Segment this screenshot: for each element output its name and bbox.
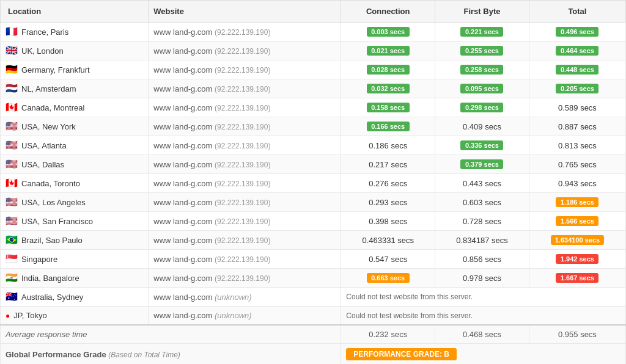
grade-row: Global Performance Grade (Based on Total…: [1, 344, 626, 365]
location-cell: 🇺🇸USA, Dallas: [1, 155, 149, 174]
total-cell: 0.813 secs: [529, 136, 625, 155]
location-name: Australia, Sydney: [21, 293, 83, 302]
table-row: 🇮🇳India, Bangalorewww land-g.com (92.222…: [1, 269, 626, 288]
location-name: USA, New York: [21, 122, 76, 131]
average-label: Average response time: [1, 325, 341, 344]
connection-cell: 0.003 secs: [341, 23, 435, 42]
total-cell: 0.887 secs: [529, 117, 625, 136]
location-cell: 🇧🇷Brazil, Sao Paulo: [1, 231, 149, 250]
first-byte-badge: 0.379 secs: [460, 159, 503, 169]
location-name: USA, Atlanta: [21, 141, 67, 150]
website-url: land-g.com (92.222.139.190): [173, 160, 270, 169]
website-prefix: www: [153, 103, 173, 112]
country-flag: 🇮🇳: [6, 273, 18, 283]
location-cell: 🇨🇦Canada, Montreal: [1, 98, 149, 117]
table-row: 🇺🇸USA, San Franciscowww land-g.com (92.2…: [1, 212, 626, 231]
location-cell: 🇩🇪Germany, Frankfurt: [1, 60, 149, 79]
total-cell: 0.943 secs: [529, 174, 625, 193]
website-prefix: www: [153, 236, 173, 245]
location-name: Canada, Montreal: [21, 103, 84, 112]
location-name: USA, Dallas: [21, 160, 64, 169]
website-prefix: www: [153, 274, 173, 283]
connection-cell: 0.032 secs: [341, 79, 435, 98]
website-url: land-g.com (92.222.139.190): [173, 198, 270, 207]
total-cell: 1.186 secs: [529, 193, 625, 212]
location-cell: 🇫🇷France, Paris: [1, 23, 149, 42]
location-cell: 🇸🇬Singapore: [1, 250, 149, 269]
country-flag: 🇺🇸: [6, 122, 18, 131]
country-flag: 🇸🇬: [6, 254, 18, 264]
connection-cell: 0.293 secs: [341, 193, 435, 212]
total-badge: 1.634100 secs: [551, 235, 604, 245]
connection-badge: 0.166 secs: [367, 122, 410, 131]
connection-cell: 0.021 secs: [341, 42, 435, 60]
website-url: land-g.com (unknown): [173, 311, 252, 320]
website-cell: www land-g.com (92.222.139.190): [149, 269, 341, 288]
website-url: land-g.com (92.222.139.190): [173, 46, 270, 56]
first-byte-cell: 0.856 secs: [435, 250, 529, 269]
website-cell: www land-g.com (92.222.139.190): [149, 231, 341, 250]
first-byte-cell: 0.336 secs: [435, 136, 529, 155]
location-cell: 🇳🇱NL, Amsterdam: [1, 79, 149, 98]
location-name: India, Bangalore: [21, 274, 79, 283]
error-message: Could not test website from this server.: [341, 288, 626, 307]
connection-cell: 0.028 secs: [341, 60, 435, 79]
total-cell: 0.589 secs: [529, 98, 625, 117]
country-flag: 🇬🇧: [6, 46, 18, 56]
first-byte-cell: 0.255 secs: [435, 42, 529, 60]
location-name: Brazil, Sao Paulo: [21, 236, 83, 245]
website-url: land-g.com (92.222.139.190): [173, 255, 270, 264]
table-row: 🇨🇦Canada, Torontowww land-g.com (92.222.…: [1, 174, 626, 193]
country-flag: 🇦🇺: [6, 292, 18, 302]
website-prefix: www: [153, 311, 173, 320]
website-prefix: www: [153, 198, 173, 207]
location-name: JP, Tokyo: [13, 311, 46, 320]
website-cell: www land-g.com (92.222.139.190): [149, 193, 341, 212]
col-header-website: Website: [149, 1, 341, 23]
grade-badge-cell: PERFORMANCE GRADE: B: [341, 344, 626, 365]
country-flag: 🇺🇸: [6, 216, 18, 226]
country-flag: 🇩🇪: [6, 65, 18, 75]
website-cell: www land-g.com (92.222.139.190): [149, 250, 341, 269]
table-row: 🇦🇺Australia, Sydneywww land-g.com (unkno…: [1, 288, 626, 307]
first-byte-cell: 0.298 secs: [435, 98, 529, 117]
connection-badge: 0.003 secs: [367, 27, 410, 37]
website-prefix: www: [153, 179, 173, 188]
country-flag: ●: [6, 312, 10, 319]
total-badge: 1.186 secs: [556, 197, 598, 207]
table-row: 🇺🇸USA, Dallaswww land-g.com (92.222.139.…: [1, 155, 626, 174]
website-url: land-g.com (92.222.139.190): [173, 274, 270, 283]
website-prefix: www: [153, 160, 173, 169]
country-flag: 🇳🇱: [6, 84, 18, 93]
first-byte-cell: 0.603 secs: [435, 193, 529, 212]
location-cell: 🇺🇸USA, New York: [1, 117, 149, 136]
table-row: 🇩🇪Germany, Frankfurtwww land-g.com (92.2…: [1, 60, 626, 79]
first-byte-badge: 0.095 secs: [460, 84, 503, 93]
location-cell: 🇺🇸USA, Atlanta: [1, 136, 149, 155]
location-name: NL, Amsterdam: [21, 84, 76, 93]
connection-cell: 0.166 secs: [341, 117, 435, 136]
location-name: USA, Los Angeles: [21, 198, 86, 207]
col-header-connection: Connection: [341, 1, 435, 23]
location-cell: 🇦🇺Australia, Sydney: [1, 288, 149, 307]
total-cell: 1.942 secs: [529, 250, 625, 269]
country-flag: 🇧🇷: [6, 235, 18, 245]
table-row: 🇺🇸USA, New Yorkwww land-g.com (92.222.13…: [1, 117, 626, 136]
website-prefix: www: [153, 27, 173, 37]
connection-badge: 0.663 secs: [367, 273, 410, 283]
connection-badge: 0.032 secs: [367, 84, 410, 93]
website-url: land-g.com (92.222.139.190): [173, 122, 270, 131]
website-cell: www land-g.com (92.222.139.190): [149, 79, 341, 98]
first-byte-cell: 0.379 secs: [435, 155, 529, 174]
total-badge: 1.566 secs: [556, 216, 598, 226]
location-name: UK, London: [21, 46, 64, 56]
location-cell: 🇺🇸USA, Los Angeles: [1, 193, 149, 212]
total-badge: 0.464 secs: [556, 46, 598, 56]
connection-badge: 0.158 secs: [367, 103, 410, 112]
website-cell: www land-g.com (92.222.139.190): [149, 60, 341, 79]
total-badge: 0.205 secs: [556, 84, 598, 93]
website-prefix: www: [153, 255, 173, 264]
total-cell: 0.205 secs: [529, 79, 625, 98]
total-badge: 1.667 secs: [556, 273, 598, 283]
performance-grade-badge: PERFORMANCE GRADE: B: [346, 348, 457, 360]
